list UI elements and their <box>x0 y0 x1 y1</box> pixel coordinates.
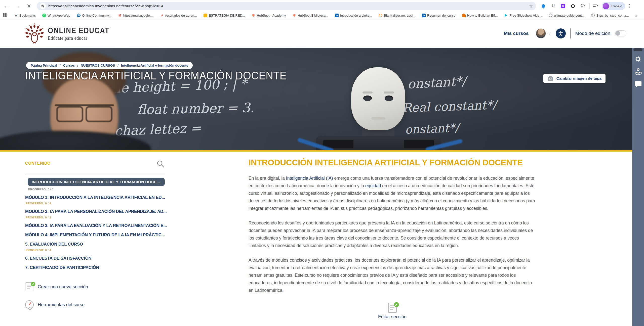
folder-yellow-icon <box>204 14 207 17</box>
peacock-logo-icon <box>25 23 44 43</box>
star-icon: ★ <box>14 14 18 17</box>
toolbar-divider <box>589 3 590 9</box>
bookmark-item[interactable]: Mhttps://mail.google.... <box>118 14 153 17</box>
robot-photo <box>362 128 394 138</box>
site-info-icon[interactable] <box>40 3 46 9</box>
profile-chip[interactable]: Trabajo <box>602 2 625 10</box>
reading-list-icon[interactable] <box>593 4 598 8</box>
chalkboard-text: chaz lettez = <box>114 120 202 138</box>
section-item-evaluacion[interactable]: 5. EVALUACIÓN DEL CURSO <box>25 242 165 247</box>
breadcrumb: Página Principal / Cursos / NUESTROS CUR… <box>26 62 193 69</box>
person-photo <box>0 131 151 151</box>
sidebar-divider <box>25 174 165 174</box>
bookmark-item[interactable]: Step_by_step_conta... <box>591 14 629 17</box>
person-photo <box>50 78 118 151</box>
site-header: ONLINE EDUCAT Edúcate para educar Mis cu… <box>0 19 644 48</box>
bookmark-item[interactable]: ★Bookmarks <box>14 14 36 17</box>
forward-button[interactable]: → <box>14 2 22 10</box>
section-item-modulo-2[interactable]: MODULO 2: IA PARA LA PERSONALIZACIÓN DEL… <box>25 209 165 214</box>
chevron-down-icon[interactable]: ⌄ <box>548 31 551 35</box>
bookmarks-bar: ★Bookmarks ✆WhatsApp Web WOnline Communi… <box>0 12 644 19</box>
link-inteligencia-artificial[interactable]: Inteligencia Artificial (IA) <box>286 176 333 181</box>
browser-window: ← → ✕ https://analiticaacademica.myopenl… <box>0 0 644 326</box>
change-cover-button[interactable]: Cambiar imagen de tapa <box>543 74 606 83</box>
bookmark-star-icon[interactable]: ☆ <box>529 3 533 9</box>
bookmark-item[interactable]: inIntroducción a Linke... <box>335 14 372 17</box>
utility-sidebar <box>632 48 644 326</box>
address-bar[interactable]: https://analiticaacademica.myopenlms.net… <box>37 2 536 10</box>
extensions-puzzle-icon[interactable] <box>580 3 585 9</box>
globe-icon <box>549 14 552 17</box>
edit-section-icon <box>388 303 397 313</box>
breadcrumb-courses[interactable]: Cursos <box>63 64 75 67</box>
extensions-row: U D <box>541 3 585 9</box>
user-avatar[interactable] <box>536 28 546 38</box>
robot-photo <box>316 136 441 151</box>
bookmark-item[interactable]: Free Slideshow Vide... <box>504 14 542 17</box>
accessibility-button[interactable] <box>556 28 566 38</box>
section-item-certificado[interactable]: 7. CERTIFICADO DE PARTICIPACIÓN <box>25 265 165 270</box>
bookmark-item[interactable]: ESTRATEGIA DE RED... <box>204 14 245 17</box>
intro-paragraph-3: A través de módulos concisos y actividad… <box>249 256 536 294</box>
section-item-encuesta[interactable]: 6. ENCUESTA DE SATISFACCIÓN <box>25 256 165 261</box>
section-progress: PROGRESO: 0 / 9 <box>26 202 165 205</box>
course-content: CONTENIDO INTRODUCCIÓN INTELIGENCIA ARTI… <box>0 152 632 326</box>
section-item-modulo-4[interactable]: MÓDULO 4: IMPLEMENTACIÓN Y FUTURO DE LA … <box>25 232 165 238</box>
hubspot-icon: ✱ <box>292 14 296 17</box>
chart-icon: ↗ <box>160 14 164 17</box>
new-section-icon <box>26 282 33 291</box>
linkedin-icon: in <box>422 14 426 17</box>
logo-tagline: Edúcate para educar <box>48 36 118 41</box>
url-text[interactable]: https://analiticaacademica.myopenlms.net… <box>48 4 163 8</box>
linkedin-icon: in <box>335 14 339 17</box>
person-reading-icon <box>634 68 642 76</box>
whatsapp-icon: ✆ <box>42 14 46 17</box>
back-button[interactable]: ← <box>3 2 11 10</box>
create-section-link[interactable]: Crear una nueva sección <box>25 282 165 292</box>
bookmark-item[interactable]: ✱HubSpot Biblioteca... <box>292 14 328 17</box>
edit-mode-toggle[interactable] <box>615 30 626 36</box>
chalkboard-text: onst <box>83 103 109 117</box>
gmail-icon: M <box>118 14 122 17</box>
course-dashboard-button[interactable] <box>632 68 644 76</box>
bookmark-item[interactable]: How to Build an Eff... <box>462 14 498 17</box>
bookmark-item[interactable]: inResumen del curso <box>422 14 455 17</box>
my-courses-link[interactable]: Mis cursos <box>504 31 529 36</box>
bookmark-item[interactable]: ↗resultados de apren... <box>160 14 197 17</box>
extension-o-icon[interactable] <box>570 3 576 9</box>
link-equidad[interactable]: equidad <box>365 183 381 188</box>
robot-photo <box>297 137 334 151</box>
chalkboard-text: Real constant*/ <box>402 98 497 115</box>
edit-section-button[interactable]: Editar sección <box>249 303 536 319</box>
section-item-active[interactable]: INTRODUCCIÓN INTELIGENCIA ARTIFICIAL Y F… <box>28 178 165 186</box>
bookmark-item[interactable]: ✆WhatsApp Web <box>42 14 70 17</box>
scrollbar-thumb[interactable] <box>633 48 642 51</box>
header-divider <box>570 28 571 38</box>
breadcrumb-category[interactable]: NUESTROS CURSOS <box>81 64 115 67</box>
bookmark-item[interactable]: ultimate-guide-cont... <box>549 14 584 17</box>
apps-grid-icon[interactable] <box>3 13 7 17</box>
section-item-modulo-1[interactable]: MÓDULO 1: INTRODUCCIÓN A LA INTELIGENCIA… <box>25 195 165 200</box>
section-progress: PROGRESO: 0 / 1 <box>28 188 165 191</box>
messages-button[interactable] <box>632 81 644 86</box>
extension-d-icon[interactable]: D <box>560 3 566 9</box>
chat-icon <box>635 81 641 86</box>
bookmark-item[interactable]: WOnline Community... <box>77 14 111 17</box>
extension-drop-icon[interactable] <box>541 3 546 9</box>
slideshow-icon <box>504 14 508 17</box>
search-icon[interactable] <box>156 160 165 168</box>
extension-u-icon[interactable]: U <box>550 3 556 9</box>
bookmark-item[interactable]: Blank diagram: Luci... <box>379 14 415 17</box>
stop-button[interactable]: ✕ <box>25 2 33 10</box>
person-photo <box>43 52 126 100</box>
person-photo <box>55 104 114 119</box>
section-item-modulo-3[interactable]: MÓDULO 3. IA PARA LA EVALUACIÓN Y LA RET… <box>25 223 165 228</box>
browser-menu-icon[interactable]: ⋮ <box>627 3 632 9</box>
breadcrumb-home[interactable]: Página Principal <box>31 64 57 67</box>
bookmarks-overflow-chevron[interactable]: » <box>635 13 637 18</box>
settings-button[interactable] <box>632 55 644 63</box>
course-tools-link[interactable]: Herramientas del curso <box>25 300 165 309</box>
bookmark-item[interactable]: ✱HubSpot - Academy <box>252 14 286 17</box>
chalkboard-text: me height = 100 ; | * <box>108 76 247 96</box>
site-logo[interactable]: ONLINE EDUCAT Edúcate para educar <box>25 23 118 43</box>
